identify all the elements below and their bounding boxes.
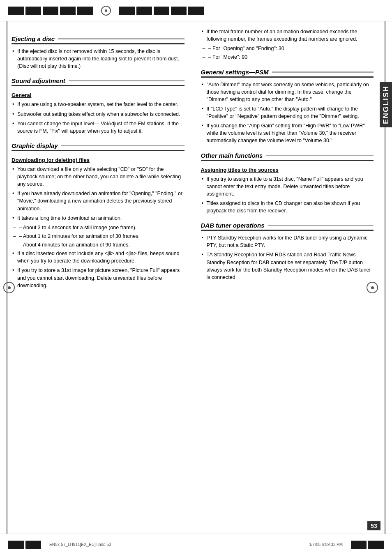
bar-right-blocks xyxy=(119,7,204,15)
sound-item-3: You cannot change the input level— VolAd… xyxy=(12,120,184,135)
bar-block-10 xyxy=(188,7,204,15)
ejecting-disc-list: If the ejected disc is not removed withi… xyxy=(12,48,184,70)
left-column: Ejecting a disc If the ejected disc is n… xyxy=(12,28,188,527)
general-settings-psm-heading: General settings—PSM xyxy=(201,69,374,78)
bar-block-8 xyxy=(154,7,169,15)
bar-block-4 xyxy=(60,7,76,15)
downloading-item-5: If you try to store a 31st image for pic… xyxy=(12,267,184,289)
downloading-subheading: Downloading (or deleting) files xyxy=(12,157,184,163)
animation-note-list: If the total frame number of an animatio… xyxy=(201,28,374,43)
sound-adjustment-list: If you are using a two-speaker system, s… xyxy=(12,101,184,135)
downloading-list-2: If a disc inserted does not include any … xyxy=(12,250,184,289)
page-number: 53 xyxy=(367,521,380,530)
general-settings-psm-section: General settings—PSM "Auto Dimmer" may n… xyxy=(201,69,374,145)
main-content: Ejecting a disc If the ejected disc is n… xyxy=(12,28,374,527)
bar-block-7 xyxy=(136,7,152,15)
bottom-bar: EN52-57_LH911[EX_EU]l.indd 53 1/7/05 6:5… xyxy=(0,534,392,555)
bar-block-2 xyxy=(25,7,41,15)
downloading-item-4: If a disc inserted does not include any … xyxy=(12,250,184,265)
dab-tuner-list: PTY Standby Reception works for the DAB … xyxy=(201,234,374,281)
bar-block-5 xyxy=(77,7,93,15)
dab-tuner-heading: DAB tuner operations xyxy=(201,222,374,231)
bottom-bar-block-4 xyxy=(368,541,384,549)
sound-item-1: If you are using a two-speaker system, s… xyxy=(12,101,184,108)
other-main-functions-heading: Other main functions xyxy=(201,152,374,161)
language-label: ENGLISH xyxy=(380,82,392,127)
top-center-circle-inner xyxy=(105,9,107,12)
psm-item-1: "Auto Dimmer" may not work correctly on … xyxy=(201,81,374,103)
bar-block-9 xyxy=(171,7,187,15)
sub-bullet-2: – About 1 to 2 minutes for an animation … xyxy=(12,233,184,240)
bottom-bar-block-1 xyxy=(8,541,24,549)
right-column: If the total frame number of an animatio… xyxy=(198,28,374,527)
ejecting-disc-item-1: If the ejected disc is not removed withi… xyxy=(12,48,184,70)
animation-sub-1: – For "Opening" and "Ending": 30 xyxy=(201,45,374,52)
bottom-bar-block-2 xyxy=(25,541,41,549)
downloading-list: You can download a file only while selec… xyxy=(12,166,184,222)
sound-adjustment-section: Sound adjustment General If you are usin… xyxy=(12,77,184,135)
bar-block-3 xyxy=(43,7,58,15)
graphic-display-section: Graphic display Downloading (or deleting… xyxy=(12,142,184,289)
left-circle-inner xyxy=(8,286,11,289)
footer-right-text: 1/7/05 6:59:33 PM xyxy=(309,542,343,547)
bottom-bar-left-blocks xyxy=(8,541,41,549)
top-bar xyxy=(0,0,392,21)
downloading-item-2: If you have already downloaded an animat… xyxy=(12,190,184,212)
footer-left-text: EN52-57_LH911[EX_EU]l.indd 53 xyxy=(49,542,111,547)
sound-item-2: Subwoofer out setting takes effect only … xyxy=(12,111,184,118)
bar-block-1 xyxy=(8,7,24,15)
dab-item-2: TA Standby Reception for FM RDS station … xyxy=(201,251,374,281)
animation-sub-2: – For "Movie": 90 xyxy=(201,53,374,61)
graphic-display-heading: Graphic display xyxy=(12,142,184,151)
bar-block-6 xyxy=(119,7,135,15)
psm-list: "Auto Dimmer" may not work correctly on … xyxy=(201,81,374,145)
animation-note-item-1: If the total frame number of an animatio… xyxy=(201,28,374,43)
bottom-bar-block-3 xyxy=(351,541,367,549)
bar-left-blocks xyxy=(8,7,93,15)
side-border-left xyxy=(0,21,7,534)
other-main-functions-section: Other main functions Assigning titles to… xyxy=(201,152,374,281)
assigning-titles-item-1: If you try to assign a title to a 31st d… xyxy=(201,175,374,198)
assigning-titles-list: If you try to assign a title to a 31st d… xyxy=(201,175,374,215)
general-subheading: General xyxy=(12,92,184,98)
psm-item-3: If you change the "Amp Gain" setting fro… xyxy=(201,122,374,144)
assigning-titles-item-2: Titles assigned to discs in the CD chang… xyxy=(201,200,374,214)
bottom-bar-right-blocks xyxy=(351,541,384,549)
downloading-item-3: It takes a long time to download an anim… xyxy=(12,214,184,222)
dab-item-1: PTY Standby Reception works for the DAB … xyxy=(201,234,374,249)
sound-adjustment-heading: Sound adjustment xyxy=(12,77,184,86)
assigning-titles-subheading: Assigning titles to the sources xyxy=(201,167,374,173)
ejecting-disc-heading: Ejecting a disc xyxy=(12,35,184,44)
sub-bullet-3: – About 4 minutes for an animation of 90… xyxy=(12,241,184,249)
top-center-circle xyxy=(101,6,111,16)
downloading-item-1: You can download a file only while selec… xyxy=(12,166,184,188)
sub-bullet-1: – About 3 to 4 seconds for a still image… xyxy=(12,224,184,231)
animation-note-section: If the total frame number of an animatio… xyxy=(201,28,374,61)
psm-item-2: If "LCD Type" is set to "Auto," the disp… xyxy=(201,105,374,120)
ejecting-disc-section: Ejecting a disc If the ejected disc is n… xyxy=(12,35,184,70)
